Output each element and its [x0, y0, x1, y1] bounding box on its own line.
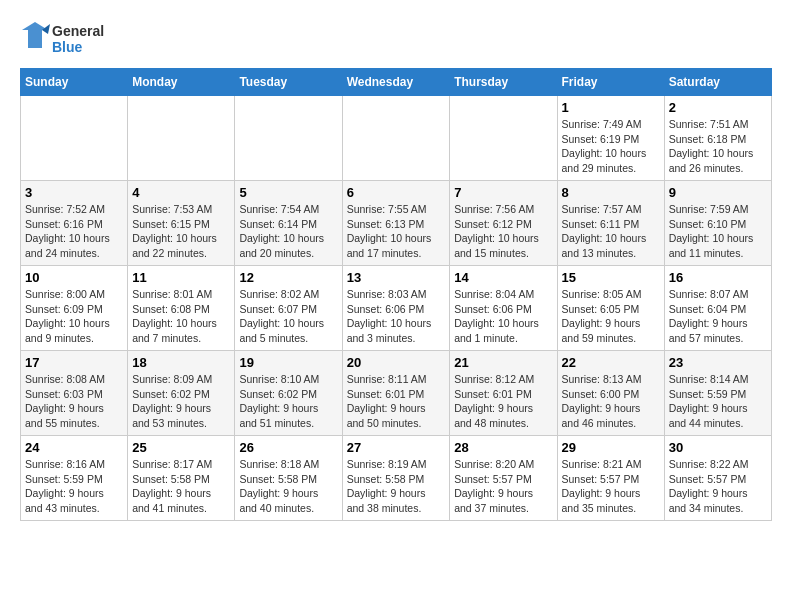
- day-info: Sunrise: 8:11 AM Sunset: 6:01 PM Dayligh…: [347, 372, 446, 431]
- weekday-header-thursday: Thursday: [450, 69, 557, 96]
- calendar-week-row: 24Sunrise: 8:16 AM Sunset: 5:59 PM Dayli…: [21, 436, 772, 521]
- weekday-header-saturday: Saturday: [664, 69, 771, 96]
- day-number: 20: [347, 355, 446, 370]
- calendar-cell: 22Sunrise: 8:13 AM Sunset: 6:00 PM Dayli…: [557, 351, 664, 436]
- calendar-week-row: 17Sunrise: 8:08 AM Sunset: 6:03 PM Dayli…: [21, 351, 772, 436]
- day-info: Sunrise: 8:19 AM Sunset: 5:58 PM Dayligh…: [347, 457, 446, 516]
- day-info: Sunrise: 8:22 AM Sunset: 5:57 PM Dayligh…: [669, 457, 767, 516]
- calendar-cell: 12Sunrise: 8:02 AM Sunset: 6:07 PM Dayli…: [235, 266, 342, 351]
- day-info: Sunrise: 8:10 AM Sunset: 6:02 PM Dayligh…: [239, 372, 337, 431]
- logo-blue: Blue: [52, 39, 104, 55]
- calendar-cell: 11Sunrise: 8:01 AM Sunset: 6:08 PM Dayli…: [128, 266, 235, 351]
- day-number: 18: [132, 355, 230, 370]
- calendar-cell: 13Sunrise: 8:03 AM Sunset: 6:06 PM Dayli…: [342, 266, 450, 351]
- day-number: 10: [25, 270, 123, 285]
- day-info: Sunrise: 8:17 AM Sunset: 5:58 PM Dayligh…: [132, 457, 230, 516]
- day-number: 6: [347, 185, 446, 200]
- calendar-cell: 1Sunrise: 7:49 AM Sunset: 6:19 PM Daylig…: [557, 96, 664, 181]
- day-number: 27: [347, 440, 446, 455]
- calendar-cell: 9Sunrise: 7:59 AM Sunset: 6:10 PM Daylig…: [664, 181, 771, 266]
- day-number: 12: [239, 270, 337, 285]
- calendar-week-row: 1Sunrise: 7:49 AM Sunset: 6:19 PM Daylig…: [21, 96, 772, 181]
- day-info: Sunrise: 8:02 AM Sunset: 6:07 PM Dayligh…: [239, 287, 337, 346]
- day-info: Sunrise: 7:52 AM Sunset: 6:16 PM Dayligh…: [25, 202, 123, 261]
- day-number: 8: [562, 185, 660, 200]
- calendar-cell: 17Sunrise: 8:08 AM Sunset: 6:03 PM Dayli…: [21, 351, 128, 436]
- day-info: Sunrise: 8:12 AM Sunset: 6:01 PM Dayligh…: [454, 372, 552, 431]
- calendar-cell: 29Sunrise: 8:21 AM Sunset: 5:57 PM Dayli…: [557, 436, 664, 521]
- day-number: 11: [132, 270, 230, 285]
- day-number: 25: [132, 440, 230, 455]
- logo: General Blue: [20, 20, 104, 58]
- calendar-cell: 3Sunrise: 7:52 AM Sunset: 6:16 PM Daylig…: [21, 181, 128, 266]
- calendar-cell: 20Sunrise: 8:11 AM Sunset: 6:01 PM Dayli…: [342, 351, 450, 436]
- calendar-cell: 4Sunrise: 7:53 AM Sunset: 6:15 PM Daylig…: [128, 181, 235, 266]
- calendar-cell: 21Sunrise: 8:12 AM Sunset: 6:01 PM Dayli…: [450, 351, 557, 436]
- weekday-header-monday: Monday: [128, 69, 235, 96]
- day-number: 14: [454, 270, 552, 285]
- day-info: Sunrise: 8:20 AM Sunset: 5:57 PM Dayligh…: [454, 457, 552, 516]
- day-number: 1: [562, 100, 660, 115]
- calendar-week-row: 3Sunrise: 7:52 AM Sunset: 6:16 PM Daylig…: [21, 181, 772, 266]
- weekday-header-friday: Friday: [557, 69, 664, 96]
- day-info: Sunrise: 8:21 AM Sunset: 5:57 PM Dayligh…: [562, 457, 660, 516]
- calendar-week-row: 10Sunrise: 8:00 AM Sunset: 6:09 PM Dayli…: [21, 266, 772, 351]
- day-info: Sunrise: 7:51 AM Sunset: 6:18 PM Dayligh…: [669, 117, 767, 176]
- day-info: Sunrise: 7:53 AM Sunset: 6:15 PM Dayligh…: [132, 202, 230, 261]
- calendar-cell: 28Sunrise: 8:20 AM Sunset: 5:57 PM Dayli…: [450, 436, 557, 521]
- calendar-cell: 18Sunrise: 8:09 AM Sunset: 6:02 PM Dayli…: [128, 351, 235, 436]
- day-number: 26: [239, 440, 337, 455]
- weekday-header-sunday: Sunday: [21, 69, 128, 96]
- weekday-header-row: SundayMondayTuesdayWednesdayThursdayFrid…: [21, 69, 772, 96]
- calendar-cell: 14Sunrise: 8:04 AM Sunset: 6:06 PM Dayli…: [450, 266, 557, 351]
- calendar-cell: 2Sunrise: 7:51 AM Sunset: 6:18 PM Daylig…: [664, 96, 771, 181]
- day-info: Sunrise: 8:03 AM Sunset: 6:06 PM Dayligh…: [347, 287, 446, 346]
- day-number: 30: [669, 440, 767, 455]
- calendar-cell: 10Sunrise: 8:00 AM Sunset: 6:09 PM Dayli…: [21, 266, 128, 351]
- day-info: Sunrise: 8:16 AM Sunset: 5:59 PM Dayligh…: [25, 457, 123, 516]
- logo-bird-icon: [20, 20, 50, 58]
- day-info: Sunrise: 7:55 AM Sunset: 6:13 PM Dayligh…: [347, 202, 446, 261]
- day-number: 17: [25, 355, 123, 370]
- day-info: Sunrise: 8:07 AM Sunset: 6:04 PM Dayligh…: [669, 287, 767, 346]
- svg-marker-0: [22, 22, 48, 48]
- calendar-cell: [21, 96, 128, 181]
- calendar-cell: 30Sunrise: 8:22 AM Sunset: 5:57 PM Dayli…: [664, 436, 771, 521]
- calendar-cell: [235, 96, 342, 181]
- day-info: Sunrise: 8:08 AM Sunset: 6:03 PM Dayligh…: [25, 372, 123, 431]
- weekday-header-tuesday: Tuesday: [235, 69, 342, 96]
- day-info: Sunrise: 7:59 AM Sunset: 6:10 PM Dayligh…: [669, 202, 767, 261]
- calendar-cell: [342, 96, 450, 181]
- calendar-cell: 16Sunrise: 8:07 AM Sunset: 6:04 PM Dayli…: [664, 266, 771, 351]
- logo-general: General: [52, 23, 104, 39]
- day-info: Sunrise: 8:14 AM Sunset: 5:59 PM Dayligh…: [669, 372, 767, 431]
- calendar-cell: 19Sunrise: 8:10 AM Sunset: 6:02 PM Dayli…: [235, 351, 342, 436]
- calendar-cell: 8Sunrise: 7:57 AM Sunset: 6:11 PM Daylig…: [557, 181, 664, 266]
- day-info: Sunrise: 7:49 AM Sunset: 6:19 PM Dayligh…: [562, 117, 660, 176]
- day-number: 7: [454, 185, 552, 200]
- day-number: 2: [669, 100, 767, 115]
- calendar-cell: 25Sunrise: 8:17 AM Sunset: 5:58 PM Dayli…: [128, 436, 235, 521]
- day-info: Sunrise: 8:04 AM Sunset: 6:06 PM Dayligh…: [454, 287, 552, 346]
- calendar-cell: [128, 96, 235, 181]
- day-number: 15: [562, 270, 660, 285]
- day-number: 24: [25, 440, 123, 455]
- day-number: 3: [25, 185, 123, 200]
- day-info: Sunrise: 8:05 AM Sunset: 6:05 PM Dayligh…: [562, 287, 660, 346]
- calendar-table: SundayMondayTuesdayWednesdayThursdayFrid…: [20, 68, 772, 521]
- calendar-cell: 24Sunrise: 8:16 AM Sunset: 5:59 PM Dayli…: [21, 436, 128, 521]
- day-info: Sunrise: 8:01 AM Sunset: 6:08 PM Dayligh…: [132, 287, 230, 346]
- calendar-cell: 5Sunrise: 7:54 AM Sunset: 6:14 PM Daylig…: [235, 181, 342, 266]
- page-header: General Blue: [20, 20, 772, 58]
- day-number: 29: [562, 440, 660, 455]
- day-number: 4: [132, 185, 230, 200]
- calendar-cell: 6Sunrise: 7:55 AM Sunset: 6:13 PM Daylig…: [342, 181, 450, 266]
- day-number: 22: [562, 355, 660, 370]
- day-number: 23: [669, 355, 767, 370]
- calendar-cell: 7Sunrise: 7:56 AM Sunset: 6:12 PM Daylig…: [450, 181, 557, 266]
- day-info: Sunrise: 8:13 AM Sunset: 6:00 PM Dayligh…: [562, 372, 660, 431]
- day-info: Sunrise: 7:56 AM Sunset: 6:12 PM Dayligh…: [454, 202, 552, 261]
- day-number: 9: [669, 185, 767, 200]
- day-info: Sunrise: 8:09 AM Sunset: 6:02 PM Dayligh…: [132, 372, 230, 431]
- day-number: 5: [239, 185, 337, 200]
